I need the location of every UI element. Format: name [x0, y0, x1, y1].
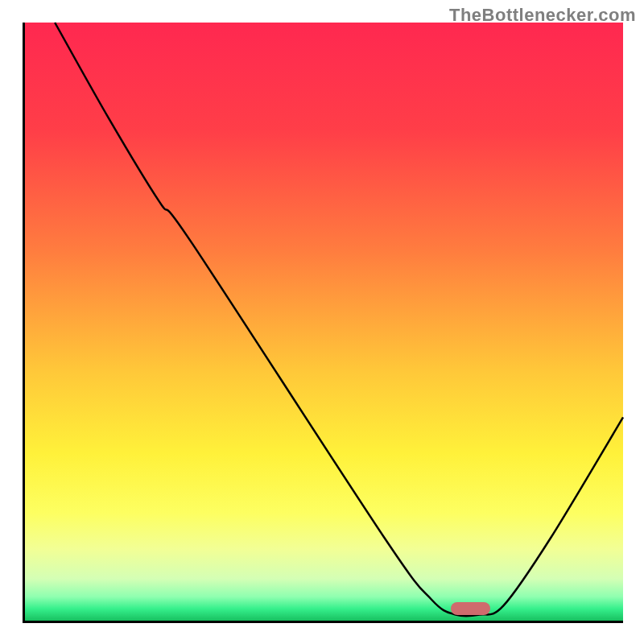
plot-area — [23, 23, 623, 623]
optimal-marker — [451, 602, 489, 615]
bottleneck-curve — [25, 23, 623, 621]
